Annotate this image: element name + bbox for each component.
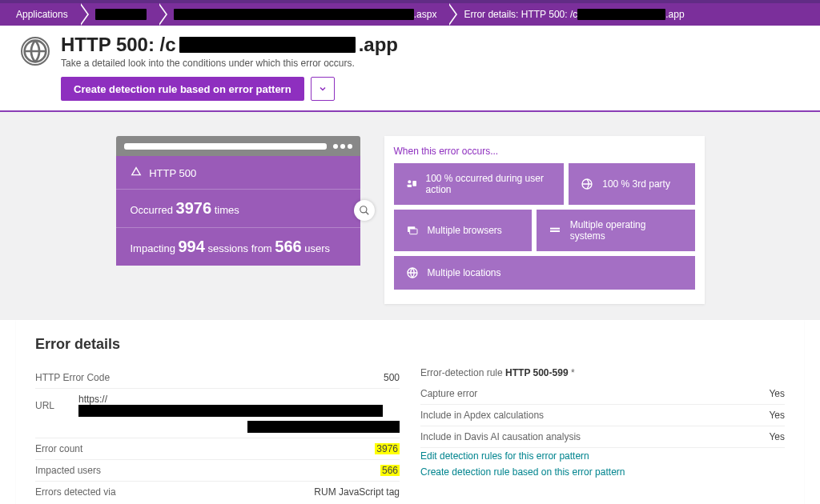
title-suffix: .app <box>359 34 398 56</box>
tile-label: Multiple browsers <box>428 225 502 236</box>
summary-canvas: HTTP 500 Occurred 3976 times Impacting 9… <box>0 112 820 320</box>
warning-icon <box>131 166 142 177</box>
sessions-count: 994 <box>179 238 205 255</box>
locations-icon <box>405 266 420 280</box>
os-icon <box>548 223 562 238</box>
svg-rect-8 <box>550 228 560 230</box>
error-details-panel: Error details HTTP Error Code 500 URL ht… <box>16 320 804 504</box>
row-label: Include in Apdex calculations <box>420 410 544 421</box>
browsers-icon <box>405 223 420 238</box>
row-label: URL <box>35 400 54 411</box>
page-title: HTTP 500: /c .app <box>61 34 398 56</box>
tile-label: 100 % occurred during user action <box>426 173 553 195</box>
row-detected-via: Errors detected via RUM JavaScript tag <box>35 482 400 502</box>
breadcrumb-suffix: .app <box>665 9 684 20</box>
redacted-text <box>95 9 147 20</box>
occurs-panel: When this error occurs... 100 % occurred… <box>384 136 705 304</box>
breadcrumb-page[interactable]: .aspx <box>158 3 448 26</box>
breadcrumb-error-details[interactable]: Error details: HTTP 500: /c .app <box>448 3 695 26</box>
error-name: HTTP 500 <box>149 167 196 179</box>
url-prefix: https:// <box>78 394 107 405</box>
title-prefix: HTTP 500: /c <box>61 34 176 56</box>
chevron-down-icon <box>318 84 328 94</box>
rule-name: HTTP 500-599 <box>505 367 569 378</box>
redacted-text <box>78 405 383 417</box>
occurred-post: times <box>215 204 239 216</box>
impacting-pre: Impacting <box>131 242 175 254</box>
impacting-row: Impacting 994 sessions from 566 users <box>116 228 360 266</box>
details-heading: Error details <box>35 336 785 353</box>
tile-locations[interactable]: Multiple locations <box>394 256 695 290</box>
users-post: users <box>304 242 330 254</box>
address-bar-mock <box>124 143 327 150</box>
row-label: Capture error <box>420 388 477 399</box>
redacted-text <box>247 421 400 433</box>
tile-third-party[interactable]: 100 % 3rd party <box>569 163 694 205</box>
users-count: 566 <box>275 238 301 255</box>
redacted-text <box>179 37 356 53</box>
window-dots <box>333 144 352 149</box>
row-impacted-users: Impacted users 566 <box>35 460 400 482</box>
create-rule-link[interactable]: Create detection rule based on this erro… <box>420 464 785 480</box>
svg-point-1 <box>360 206 366 213</box>
tile-os[interactable]: Multiple operating systems <box>537 210 695 251</box>
tile-label: Multiple operating systems <box>570 219 684 242</box>
svg-rect-9 <box>550 230 560 232</box>
sessions-mid: sessions from <box>208 242 272 254</box>
breadcrumb-prefix: Error details: HTTP 500: /c <box>464 9 577 20</box>
breadcrumb-app[interactable] <box>79 3 158 26</box>
error-summary-widget: HTTP 500 Occurred 3976 times Impacting 9… <box>116 136 360 266</box>
error-name-row: HTTP 500 <box>116 156 360 190</box>
redacted-text <box>577 9 665 20</box>
user-action-icon <box>405 177 418 191</box>
row-value: RUM JavaScript tag <box>314 486 400 498</box>
create-rule-dropdown-button[interactable] <box>311 77 335 101</box>
row-label: HTTP Error Code <box>35 372 110 383</box>
row-value: 500 <box>384 372 400 383</box>
row-value: Yes <box>769 388 785 399</box>
redacted-text <box>174 9 414 20</box>
tile-user-action[interactable]: 100 % occurred during user action <box>394 163 565 205</box>
breadcrumb-suffix: .aspx <box>414 9 437 20</box>
row-value-highlighted: 566 <box>380 465 400 476</box>
row-error-count: Error count 3976 <box>35 438 400 460</box>
occurred-count: 3976 <box>176 199 212 217</box>
row-label: Error count <box>35 443 82 454</box>
create-rule-button[interactable]: Create detection rule based on error pat… <box>61 77 304 101</box>
rule-title: Error-detection rule HTTP 500-599 * <box>420 367 785 378</box>
row-label: Errors detected via <box>35 486 116 498</box>
breadcrumb: Applications .aspx Error details: HTTP 5… <box>0 3 820 26</box>
browser-chrome-mock <box>116 136 360 156</box>
row-apdex: Include in Apdex calculations Yes <box>420 405 785 426</box>
svg-rect-4 <box>412 181 416 186</box>
row-capture: Capture error Yes <box>420 383 785 405</box>
svg-rect-3 <box>407 185 411 187</box>
row-value: Yes <box>769 431 785 442</box>
row-davis: Include in Davis AI causation analysis Y… <box>420 426 785 448</box>
tile-label: 100 % 3rd party <box>602 178 670 190</box>
occurred-pre: Occurred <box>131 204 173 216</box>
edit-rules-link[interactable]: Edit detection rules for this error patt… <box>420 448 785 464</box>
tile-label: Multiple locations <box>428 267 501 278</box>
row-label: Include in Davis AI causation analysis <box>420 431 581 442</box>
tile-browsers[interactable]: Multiple browsers <box>394 210 532 251</box>
breadcrumb-applications[interactable]: Applications <box>0 3 79 26</box>
rule-pre: Error-detection rule <box>420 367 503 378</box>
row-label: Impacted users <box>35 465 101 476</box>
rule-suffix: * <box>571 367 575 378</box>
row-value-highlighted: 3976 <box>375 443 400 454</box>
occurs-heading: When this error occurs... <box>394 146 695 157</box>
magnify-icon[interactable] <box>354 200 375 221</box>
details-right-column: Error-detection rule HTTP 500-599 * Capt… <box>420 367 785 502</box>
error-card: HTTP 500 Occurred 3976 times Impacting 9… <box>116 156 360 266</box>
page-header: HTTP 500: /c .app Take a detailed look i… <box>0 26 820 112</box>
globe-icon <box>21 37 50 66</box>
url-value: https:// <box>54 394 400 417</box>
details-left-column: HTTP Error Code 500 URL https:// Error c… <box>35 367 400 502</box>
row-http-code: HTTP Error Code 500 <box>35 367 400 389</box>
occurred-row: Occurred 3976 times <box>116 190 360 228</box>
svg-point-2 <box>408 180 411 183</box>
row-value: Yes <box>769 410 785 421</box>
breadcrumb-label: Applications <box>16 9 68 20</box>
svg-rect-7 <box>409 229 416 234</box>
